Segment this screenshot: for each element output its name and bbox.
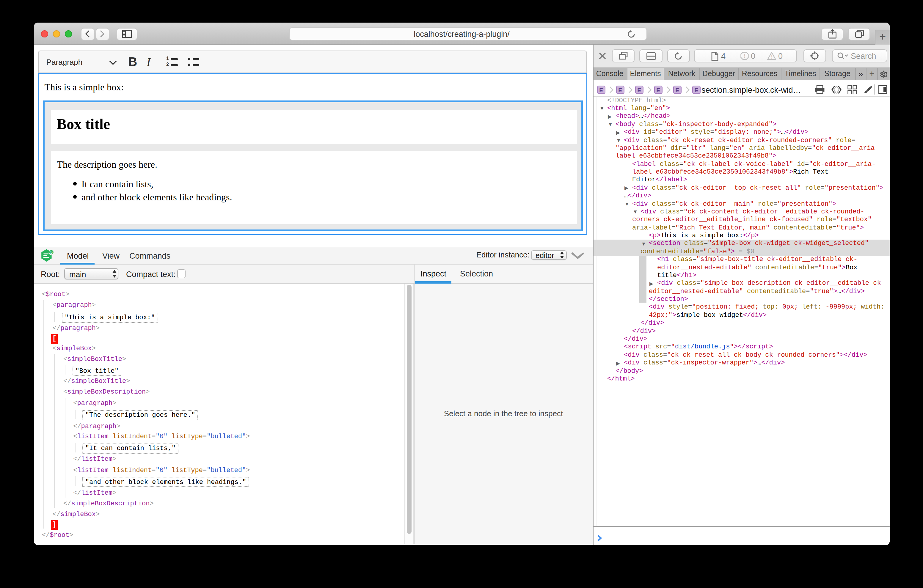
svg-text:!: ! [771,54,772,59]
svg-text:5: 5 [50,250,53,255]
svg-text:!: ! [744,53,745,59]
